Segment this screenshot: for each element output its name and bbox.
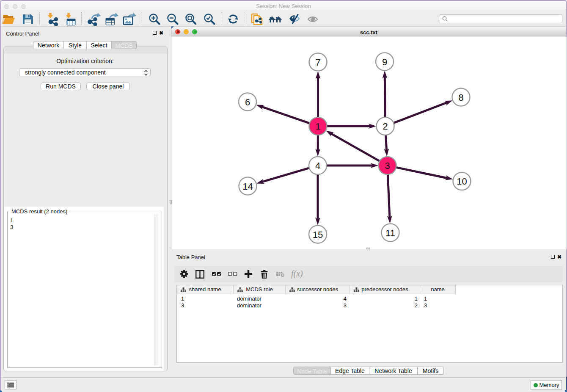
- svg-text:4: 4: [315, 160, 320, 171]
- svg-text:15: 15: [313, 229, 323, 240]
- svg-text:9: 9: [382, 57, 387, 67]
- svg-text:3: 3: [385, 160, 390, 171]
- svg-text:11: 11: [385, 228, 395, 238]
- svg-text:2: 2: [383, 121, 388, 132]
- svg-text:1: 1: [315, 121, 320, 132]
- svg-text:10: 10: [457, 176, 467, 187]
- svg-text:6: 6: [245, 97, 250, 108]
- svg-text:14: 14: [242, 181, 253, 192]
- svg-text:7: 7: [315, 57, 320, 68]
- svg-text:8: 8: [458, 92, 463, 103]
